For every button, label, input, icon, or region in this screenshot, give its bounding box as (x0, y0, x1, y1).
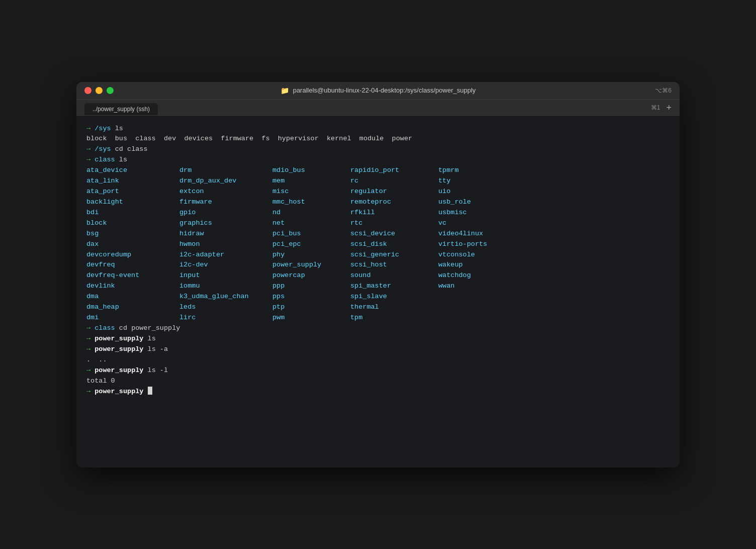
minimize-button[interactable] (96, 87, 103, 94)
grid-row-1: ata_device drm mdio_bus rapidio_port tpm… (86, 165, 670, 176)
command-line-6: → power_supply ls -a (86, 344, 670, 355)
window-title: 📁 parallels@ubuntu-linux-22-04-desktop:/… (280, 86, 476, 95)
grid-row-5: bdi gpio nd rfkill usbmisc (86, 208, 670, 218)
grid-row-8: dax hwmon pci_epc scsi_disk virtio-ports (86, 239, 670, 250)
terminal-content[interactable]: → /sys ls block bus class dev devices fi… (76, 116, 680, 468)
new-tab-button[interactable]: + (666, 103, 672, 113)
window-shortcut: ⌥⌘6 (655, 87, 672, 94)
output-total: total 0 (86, 376, 670, 387)
output-ls-sys: block bus class dev devices firmware fs … (86, 134, 670, 144)
output-ls-a: . .. (86, 355, 670, 365)
grid-row-11: devfreq-event input powercap sound watch… (86, 270, 670, 281)
path-1: /sys (94, 124, 111, 134)
cursor (148, 387, 152, 395)
grid-row-7: bsg hidraw pci_bus scsi_device video4lin… (86, 229, 670, 239)
close-button[interactable] (84, 87, 91, 94)
command-line-7: → power_supply ls -l (86, 365, 670, 376)
grid-row-13: dma k3_udma_glue_chan pps spi_slave (86, 292, 670, 302)
grid-row-15: dmi lirc pwm tpm (86, 313, 670, 323)
class-listing-grid: ata_device drm mdio_bus rapidio_port tpm… (86, 165, 670, 323)
titlebar: 📁 parallels@ubuntu-linux-22-04-desktop:/… (76, 82, 680, 100)
folder-icon: 📁 (280, 86, 289, 95)
grid-row-12: devlink iommu ppp spi_master wwan (86, 281, 670, 292)
grid-row-6: block graphics net rtc vc (86, 218, 670, 229)
grid-row-2: ata_link drm_dp_aux_dev mem rc tty (86, 176, 670, 187)
grid-row-10: devfreq i2c-dev power_supply scsi_host w… (86, 260, 670, 270)
grid-row-3: ata_port extcon misc regulator uio (86, 187, 670, 197)
command-line-4: → class cd power_supply (86, 323, 670, 334)
cmd-1: ls (115, 124, 123, 134)
command-line-3: → class ls (86, 155, 670, 165)
maximize-button[interactable] (107, 87, 114, 94)
terminal-window: 📁 parallels@ubuntu-linux-22-04-desktop:/… (76, 82, 680, 468)
prompt-1: → (86, 124, 90, 134)
command-line-5: → power_supply ls (86, 334, 670, 344)
command-line-current: → power_supply (86, 387, 670, 397)
grid-row-14: dma_heap leds ptp thermal (86, 302, 670, 313)
tab-actions: ⌘1 + (651, 103, 672, 115)
tab-ssh[interactable]: ../power_supply (ssh) (84, 103, 158, 115)
command-line-2: → /sys cd class (86, 144, 670, 155)
grid-row-9: devcoredump i2c-adapter phy scsi_generic… (86, 250, 670, 260)
traffic-lights (84, 87, 114, 94)
tab-bar: ../power_supply (ssh) ⌘1 + (76, 100, 680, 116)
tab-shortcut: ⌘1 (651, 104, 660, 111)
command-line-1: → /sys ls (86, 124, 670, 134)
grid-row-4: backlight firmware mmc_host remoteproc u… (86, 197, 670, 208)
